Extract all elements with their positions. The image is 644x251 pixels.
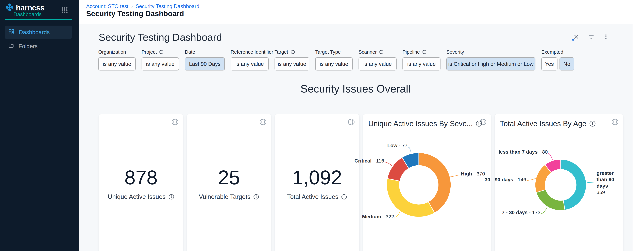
filter-chip-target[interactable]: is any value xyxy=(274,57,310,70)
sidebar-divider xyxy=(5,19,72,20)
filter-label-project: Project xyxy=(142,49,179,55)
kebab-menu-icon[interactable] xyxy=(602,33,609,40)
scrollbar-rail[interactable] xyxy=(632,24,644,251)
filter-pipeline: Pipelineis any value xyxy=(402,49,440,70)
stat-card-unique-active-issues: 878Unique Active Issues xyxy=(99,114,183,251)
donut-label-medium: Medium - 322 xyxy=(362,214,394,220)
info-icon[interactable] xyxy=(589,120,596,127)
stat-content: 878Unique Active Issues xyxy=(99,114,183,251)
filter-label-organization: Organization xyxy=(98,49,136,55)
filter-chip-severity[interactable]: is Critical or High or Medium or Low xyxy=(446,57,536,70)
linked-filter-icon xyxy=(379,49,384,54)
info-icon[interactable] xyxy=(253,194,259,200)
topbar: Account: STO test › Security Testing Das… xyxy=(78,0,644,24)
filter-chip-date[interactable]: Last 90 Days xyxy=(185,57,225,70)
filter-label-scanner: Scanner xyxy=(358,49,396,55)
sidebar-item-folders[interactable]: Folders xyxy=(5,39,72,53)
folder-icon xyxy=(8,43,14,50)
page-title: Security Testing Dashboard xyxy=(86,9,184,18)
label-leader-line xyxy=(548,154,552,160)
dashboard-panel: Security Testing Dashboard Organizationi… xyxy=(78,24,632,251)
filter-chip-yes[interactable]: Yes xyxy=(541,57,558,70)
filter-organization: Organizationis any value xyxy=(98,49,136,70)
dashboard-actions xyxy=(573,33,609,40)
sidebar: harness Dashboards Dashboards xyxy=(0,0,78,251)
brand-row: harness xyxy=(5,2,44,13)
breadcrumb-account-link[interactable]: Account: STO test xyxy=(86,3,128,9)
harness-dashboard-page: { "sidebar": { "brand": "harness", "prod… xyxy=(0,0,644,251)
donut-label-critical: Critical - 116 xyxy=(354,158,384,164)
chart-title-text: Total Active Issues By Age xyxy=(500,119,586,128)
module-grid-icon[interactable] xyxy=(62,7,68,14)
filter-label-date: Date xyxy=(185,49,225,55)
filter-bar: Organizationis any valueProjectis any va… xyxy=(98,49,574,70)
info-icon[interactable] xyxy=(341,194,347,200)
info-icon[interactable] xyxy=(168,194,174,200)
filter-chip-project[interactable]: is any value xyxy=(142,57,179,70)
chart-card-unique-active-issues-by-seve: Unique Active Issues By Seve...High - 37… xyxy=(363,114,491,251)
stat-card-total-active-issues: 1,092Total Active Issues xyxy=(275,114,359,251)
filter-severity: Severityis Critical or High or Medium or… xyxy=(446,49,536,70)
dashboard-title: Security Testing Dashboard xyxy=(99,31,222,43)
breadcrumb-dashboard-link[interactable]: Security Testing Dashboard xyxy=(136,3,200,9)
linked-filter-icon xyxy=(159,49,164,54)
filter-icon[interactable] xyxy=(588,33,594,40)
filter-label-target-type: Target Type xyxy=(315,49,353,55)
harness-logo-icon xyxy=(5,2,14,13)
stat-label: Unique Active Issues xyxy=(108,193,174,200)
filter-target: Targetis any value xyxy=(274,49,310,70)
filter-scanner: Scanneris any value xyxy=(358,49,396,70)
label-leader-line xyxy=(527,178,536,181)
filter-label-pipeline: Pipeline xyxy=(402,49,440,55)
stat-label: Total Active Issues xyxy=(287,193,347,200)
filter-label-reference-identifier: Reference Identifier xyxy=(230,49,269,55)
filter-chip-no[interactable]: No xyxy=(560,57,574,70)
filter-exempted: ExemptedYesNo xyxy=(541,49,574,70)
filter-date: DateLast 90 Days xyxy=(185,49,225,70)
filter-toggle-exempted: YesNo xyxy=(541,57,574,70)
donut-slice-greater-than-90-days[interactable] xyxy=(561,159,586,210)
filter-chip-reference-identifier[interactable]: is any value xyxy=(230,57,269,70)
linked-filter-icon xyxy=(290,49,296,54)
stat-content: 1,092Total Active Issues xyxy=(275,114,359,251)
stat-value: 878 xyxy=(124,166,158,189)
cards-row: 878Unique Active Issues25Vulnerable Targ… xyxy=(99,114,623,251)
stat-card-vulnerable-targets: 25Vulnerable Targets xyxy=(187,114,271,251)
filter-chip-scanner[interactable]: is any value xyxy=(358,57,396,70)
dashboards-icon xyxy=(8,29,14,36)
sidebar-item-label: Folders xyxy=(18,43,38,49)
donut-label-30-90-days: 30 - 90 days - 146 xyxy=(484,177,526,183)
linked-filter-icon xyxy=(422,49,427,54)
mouse-cursor-dot xyxy=(572,39,574,41)
donut-label-greater-than-90-days: greater than 90 days - 359 xyxy=(596,170,618,196)
section-title: Security Issues Overall xyxy=(78,83,632,95)
close-icon[interactable] xyxy=(573,33,580,40)
breadcrumb: Account: STO test › Security Testing Das… xyxy=(86,3,199,9)
label-leader-line xyxy=(541,208,547,214)
sidebar-item-label: Dashboards xyxy=(19,29,50,35)
label-leader-line xyxy=(408,147,410,153)
filter-chip-pipeline[interactable]: is any value xyxy=(402,57,440,70)
info-icon[interactable] xyxy=(476,120,482,127)
filter-chip-organization[interactable]: is any value xyxy=(98,57,136,70)
filter-chip-target-type[interactable]: is any value xyxy=(315,57,353,70)
donut-label-7-30-days: 7 - 30 days - 173 xyxy=(502,210,540,215)
label-leader-line xyxy=(587,182,596,183)
stat-label: Vulnerable Targets xyxy=(199,193,259,200)
chevron-right-icon: › xyxy=(131,4,133,9)
filter-target-type: Target Typeis any value xyxy=(315,49,353,70)
label-leader-line xyxy=(385,162,392,166)
sidebar-item-dashboards[interactable]: Dashboards xyxy=(5,25,72,39)
stat-content: 25Vulnerable Targets xyxy=(187,114,271,251)
donut-slice-medium[interactable] xyxy=(387,179,434,217)
brand-name: harness xyxy=(16,3,44,12)
chart-title: Total Active Issues By Age xyxy=(500,119,596,128)
label-leader-line xyxy=(394,212,400,217)
chart-title: Unique Active Issues By Seve... xyxy=(368,119,482,128)
chart-card-total-active-issues-by-age: Total Active Issues By Agegreater than 9… xyxy=(495,114,623,251)
filter-label-target: Target xyxy=(274,49,310,55)
filter-label-severity: Severity xyxy=(446,49,536,55)
donut-slice-7-30-days[interactable] xyxy=(536,189,565,211)
stat-value: 1,092 xyxy=(292,166,342,189)
product-name: Dashboards xyxy=(14,11,42,17)
